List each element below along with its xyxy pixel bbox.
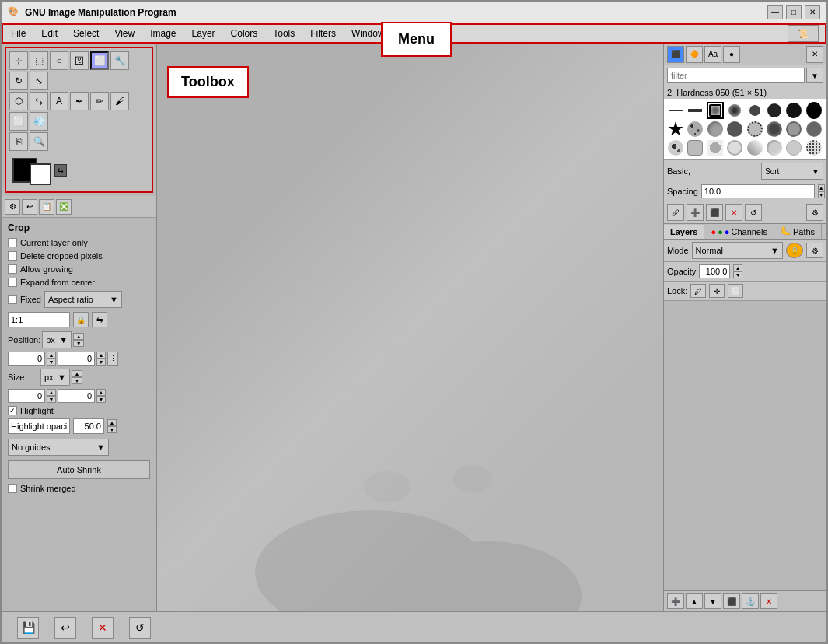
delete-layer-button[interactable]: ✕ [760,593,777,609]
brush-item-spray[interactable] [805,139,823,156]
background-color[interactable] [30,163,51,185]
size-unit-dropdown[interactable]: px ▼ [40,369,70,386]
highlight-opacity-input[interactable] [8,418,70,434]
duplicate-layer-button[interactable]: ⬛ [723,593,740,609]
tool-pencil[interactable]: ✏ [90,92,109,110]
brush-item-feather[interactable] [746,139,763,156]
highlight-opacity-value[interactable] [73,418,104,434]
layers-opacity-up-icon[interactable]: ▲ [733,264,742,271]
opacity-input[interactable] [699,264,730,278]
menu-tools[interactable]: Tools [265,26,302,41]
brush-item-rough1[interactable] [707,139,724,156]
brush-item-large1[interactable] [785,102,802,119]
guides-dropdown[interactable]: No guides ▼ [8,439,109,456]
menu-colors[interactable]: Colors [223,26,266,41]
mode-options-icon[interactable]: ⚙ [806,243,823,258]
menu-view[interactable]: View [107,26,142,41]
cancel-button[interactable]: ✕ [92,617,114,639]
position-y-input[interactable] [58,352,95,366]
brush-item-xlarge[interactable] [805,102,823,119]
brush-item-medium1[interactable] [785,121,802,138]
spacing-input[interactable] [701,184,815,198]
brush-panel-close[interactable]: ✕ [806,46,823,63]
brush-item-dotted[interactable] [746,121,763,138]
position-down-icon[interactable]: ▼ [73,340,84,347]
position-x-input[interactable] [8,352,45,366]
tool-ellipse-select[interactable]: ○ [50,51,68,70]
h-up-icon[interactable]: ▲ [96,389,106,396]
tool-free-select[interactable]: ⚿ [70,51,89,70]
opacity-up-icon[interactable]: ▲ [107,419,117,426]
brush-new-icon[interactable]: ➕ [687,204,704,221]
layers-opacity-down-icon[interactable]: ▼ [733,271,742,278]
layers-panel-close[interactable]: ✕ [822,224,826,239]
brush-item-chalk[interactable] [766,139,783,156]
x-down-icon[interactable]: ▼ [47,359,56,366]
brush-item-splat1[interactable] [667,139,684,156]
tool-transform[interactable]: 🔧 [110,51,129,70]
tab-channels[interactable]: ●●● Channels [704,225,774,239]
brush-tab-font[interactable]: Aa [704,46,721,63]
size-down-icon[interactable]: ▼ [72,377,82,384]
tool-magnify[interactable]: 🔍 [30,132,48,151]
tool-scale[interactable]: ⤡ [30,72,48,90]
options-btn-2[interactable]: ↩ [22,199,37,215]
tool-path[interactable]: ✒ [70,92,89,110]
spacing-up-icon[interactable]: ▲ [818,184,825,191]
tool-flip[interactable]: ⇆ [30,92,48,110]
y-up-icon[interactable]: ▲ [96,352,106,359]
tool-rotate[interactable]: ↻ [9,72,28,90]
fixed-checkbox[interactable] [8,295,17,304]
options-btn-1[interactable]: ⚙ [5,199,20,215]
position-options-icon[interactable]: ⋮ [107,352,118,366]
brush-options-icon[interactable]: ⚙ [806,204,823,221]
lock-position-button[interactable]: ✛ [709,284,725,298]
tool-perspective[interactable]: ⬡ [9,92,28,110]
menu-layer[interactable]: Layer [184,26,223,41]
ratio-lock-icon[interactable]: 🔒 [73,312,89,327]
brush-item-watercolor[interactable] [785,139,802,156]
brush-tab-pattern[interactable]: ⬛ [667,46,684,63]
size-h-input[interactable] [58,389,95,403]
lock-pixels-button[interactable]: 🖊 [690,284,706,298]
brush-tab-gradient[interactable]: 🔶 [686,46,703,63]
close-button[interactable]: ✕ [805,5,820,19]
position-unit-dropdown[interactable]: px ▼ [42,331,72,348]
shrink-merged-checkbox[interactable] [8,484,17,493]
tab-paths[interactable]: 🦶 Paths [774,224,822,239]
brush-item-texture3[interactable] [726,121,743,138]
allow-growing-checkbox[interactable] [8,264,17,274]
h-down-icon[interactable]: ▼ [96,396,106,403]
options-btn-4[interactable]: ❎ [56,199,72,215]
brush-item-line1[interactable] [667,102,684,119]
spacing-down-icon[interactable]: ▼ [818,191,825,198]
delete-pixels-checkbox[interactable] [8,251,17,261]
redo-button[interactable]: ↺ [129,617,151,639]
brush-item-hard2[interactable] [766,102,783,119]
delete-pixels-label[interactable]: Delete cropped pixels [8,251,103,261]
w-up-icon[interactable]: ▲ [47,389,56,396]
current-layer-label[interactable]: Current layer only [8,238,88,247]
auto-shrink-button[interactable]: Auto Shrink [8,460,150,479]
brush-item-soft2[interactable] [726,102,743,119]
brush-refresh-icon[interactable]: ↺ [745,204,762,221]
opacity-down-icon[interactable]: ▼ [107,426,117,433]
aspect-ratio-dropdown[interactable]: Aspect ratio ▼ [44,291,122,308]
y-down-icon[interactable]: ▼ [96,359,106,366]
brush-filter-input[interactable] [667,68,805,83]
position-up-icon[interactable]: ▲ [73,333,84,340]
brush-paint-icon[interactable]: 🖊 [667,204,684,221]
raise-layer-button[interactable]: ▲ [686,593,703,609]
brush-filter-expand[interactable]: ▼ [806,68,823,83]
tool-rect-select[interactable]: ⬚ [30,51,48,70]
brush-item-line2[interactable] [687,102,704,119]
swap-colors-icon[interactable]: ⇆ [54,164,67,177]
brush-item-texture2[interactable] [707,121,724,138]
w-down-icon[interactable]: ▼ [47,396,56,403]
script-button[interactable]: 📜 [788,25,819,42]
brush-duplicate-icon[interactable]: ⬛ [706,204,723,221]
tool-airbrush[interactable]: 💨 [30,112,48,131]
lock-alpha-button[interactable]: ⬜ [728,284,743,298]
menu-file[interactable]: File [3,26,33,41]
tool-move[interactable]: ⊹ [9,51,28,70]
